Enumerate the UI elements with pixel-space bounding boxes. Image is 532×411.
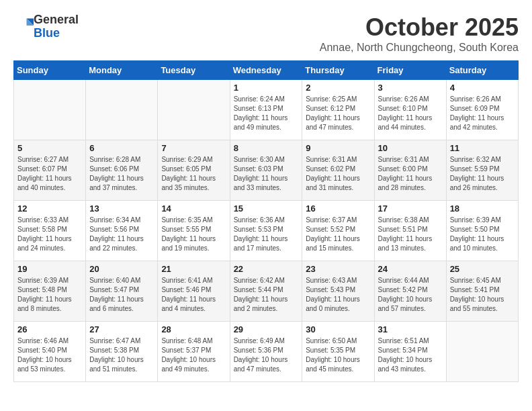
logo-icon [15,16,34,35]
day-info: Sunrise: 6:26 AM Sunset: 6:09 PM Dayligh… [450,95,515,132]
day-number: 30 [306,324,370,334]
day-info: Sunrise: 6:39 AM Sunset: 5:48 PM Dayligh… [17,276,82,314]
calendar-cell: 26Sunrise: 6:46 AM Sunset: 5:40 PM Dayli… [14,322,86,382]
day-number: 6 [89,143,154,153]
calendar-cell: 9Sunrise: 6:31 AM Sunset: 6:02 PM Daylig… [302,140,374,201]
week-row-1: 1Sunrise: 6:24 AM Sunset: 6:13 PM Daylig… [14,80,519,140]
header-saturday: Saturday [446,61,518,80]
calendar-cell: 25Sunrise: 6:45 AM Sunset: 5:41 PM Dayli… [446,261,518,322]
day-number: 22 [234,264,299,274]
calendar-cell: 23Sunrise: 6:43 AM Sunset: 5:43 PM Dayli… [302,261,374,322]
day-info: Sunrise: 6:26 AM Sunset: 6:10 PM Dayligh… [378,95,443,132]
day-info: Sunrise: 6:30 AM Sunset: 6:03 PM Dayligh… [234,155,299,193]
logo-blue-text: Blue [34,26,60,40]
logo-general-text: General [34,13,79,26]
calendar-cell: 7Sunrise: 6:29 AM Sunset: 6:05 PM Daylig… [158,140,230,201]
day-number: 23 [306,264,370,274]
day-number: 19 [17,264,82,274]
day-number: 13 [89,203,154,214]
calendar-cell: 12Sunrise: 6:33 AM Sunset: 5:58 PM Dayli… [14,201,86,261]
calendar-cell: 4Sunrise: 6:26 AM Sunset: 6:09 PM Daylig… [446,80,518,140]
header-monday: Monday [86,61,158,80]
calendar-cell: 10Sunrise: 6:31 AM Sunset: 6:00 PM Dayli… [374,140,446,201]
month-title: October 2025 [320,13,519,42]
day-info: Sunrise: 6:27 AM Sunset: 6:07 PM Dayligh… [17,155,82,193]
day-number: 16 [306,203,370,214]
day-number: 9 [306,143,370,153]
day-number: 2 [306,83,370,93]
day-number: 7 [161,143,226,153]
week-row-5: 26Sunrise: 6:46 AM Sunset: 5:40 PM Dayli… [14,322,519,382]
day-info: Sunrise: 6:32 AM Sunset: 5:59 PM Dayligh… [450,155,515,193]
title-block: October 2025 Annae, North Chungcheong, S… [320,13,519,54]
location-subtitle: Annae, North Chungcheong, South Korea [320,42,519,54]
week-row-4: 19Sunrise: 6:39 AM Sunset: 5:48 PM Dayli… [14,261,519,322]
calendar-cell: 6Sunrise: 6:28 AM Sunset: 6:06 PM Daylig… [86,140,158,201]
calendar-cell: 22Sunrise: 6:42 AM Sunset: 5:44 PM Dayli… [230,261,302,322]
day-info: Sunrise: 6:48 AM Sunset: 5:37 PM Dayligh… [161,336,226,374]
day-info: Sunrise: 6:43 AM Sunset: 5:43 PM Dayligh… [306,276,370,314]
day-info: Sunrise: 6:42 AM Sunset: 5:44 PM Dayligh… [234,276,299,314]
calendar-cell: 24Sunrise: 6:44 AM Sunset: 5:42 PM Dayli… [374,261,446,322]
logo: General Blue [13,13,79,40]
day-info: Sunrise: 6:45 AM Sunset: 5:41 PM Dayligh… [450,276,515,314]
day-info: Sunrise: 6:51 AM Sunset: 5:34 PM Dayligh… [378,336,443,374]
header-friday: Friday [374,61,446,80]
day-info: Sunrise: 6:39 AM Sunset: 5:50 PM Dayligh… [450,216,515,253]
calendar-cell: 14Sunrise: 6:35 AM Sunset: 5:55 PM Dayli… [158,201,230,261]
day-info: Sunrise: 6:36 AM Sunset: 5:53 PM Dayligh… [234,216,299,253]
calendar-cell: 2Sunrise: 6:25 AM Sunset: 6:12 PM Daylig… [302,80,374,140]
day-info: Sunrise: 6:50 AM Sunset: 5:35 PM Dayligh… [306,336,370,374]
calendar-cell: 30Sunrise: 6:50 AM Sunset: 5:35 PM Dayli… [302,322,374,382]
day-info: Sunrise: 6:44 AM Sunset: 5:42 PM Dayligh… [378,276,443,314]
day-number: 12 [17,203,82,214]
day-info: Sunrise: 6:40 AM Sunset: 5:47 PM Dayligh… [89,276,154,314]
calendar-cell: 17Sunrise: 6:38 AM Sunset: 5:51 PM Dayli… [374,201,446,261]
calendar-cell: 29Sunrise: 6:49 AM Sunset: 5:36 PM Dayli… [230,322,302,382]
day-number: 27 [89,324,154,334]
day-number: 25 [450,264,515,274]
day-info: Sunrise: 6:31 AM Sunset: 6:02 PM Dayligh… [306,155,370,193]
header-thursday: Thursday [302,61,374,80]
day-number: 8 [234,143,299,153]
day-number: 28 [161,324,226,334]
header-row: SundayMondayTuesdayWednesdayThursdayFrid… [14,61,519,80]
day-info: Sunrise: 6:25 AM Sunset: 6:12 PM Dayligh… [306,95,370,132]
day-info: Sunrise: 6:35 AM Sunset: 5:55 PM Dayligh… [161,216,226,253]
calendar-cell [86,80,158,140]
calendar-cell: 18Sunrise: 6:39 AM Sunset: 5:50 PM Dayli… [446,201,518,261]
day-number: 3 [378,83,443,93]
day-number: 5 [17,143,82,153]
calendar-cell: 1Sunrise: 6:24 AM Sunset: 6:13 PM Daylig… [230,80,302,140]
day-info: Sunrise: 6:24 AM Sunset: 6:13 PM Dayligh… [234,95,299,132]
day-number: 29 [234,324,299,334]
calendar-cell: 8Sunrise: 6:30 AM Sunset: 6:03 PM Daylig… [230,140,302,201]
day-number: 15 [234,203,299,214]
header-sunday: Sunday [14,61,86,80]
day-info: Sunrise: 6:28 AM Sunset: 6:06 PM Dayligh… [89,155,154,193]
day-info: Sunrise: 6:38 AM Sunset: 5:51 PM Dayligh… [378,216,443,253]
calendar-cell: 28Sunrise: 6:48 AM Sunset: 5:37 PM Dayli… [158,322,230,382]
calendar-cell: 13Sunrise: 6:34 AM Sunset: 5:56 PM Dayli… [86,201,158,261]
day-info: Sunrise: 6:49 AM Sunset: 5:36 PM Dayligh… [234,336,299,374]
header-wednesday: Wednesday [230,61,302,80]
week-row-3: 12Sunrise: 6:33 AM Sunset: 5:58 PM Dayli… [14,201,519,261]
calendar-cell: 15Sunrise: 6:36 AM Sunset: 5:53 PM Dayli… [230,201,302,261]
calendar-cell [14,80,86,140]
day-info: Sunrise: 6:37 AM Sunset: 5:52 PM Dayligh… [306,216,370,253]
calendar-cell: 5Sunrise: 6:27 AM Sunset: 6:07 PM Daylig… [14,140,86,201]
week-row-2: 5Sunrise: 6:27 AM Sunset: 6:07 PM Daylig… [14,140,519,201]
calendar-cell: 3Sunrise: 6:26 AM Sunset: 6:10 PM Daylig… [374,80,446,140]
day-number: 20 [89,264,154,274]
calendar-cell: 19Sunrise: 6:39 AM Sunset: 5:48 PM Dayli… [14,261,86,322]
day-number: 14 [161,203,226,214]
header-tuesday: Tuesday [158,61,230,80]
day-info: Sunrise: 6:46 AM Sunset: 5:40 PM Dayligh… [17,336,82,374]
calendar-cell [158,80,230,140]
day-number: 11 [450,143,515,153]
calendar-cell [446,322,518,382]
day-info: Sunrise: 6:47 AM Sunset: 5:38 PM Dayligh… [89,336,154,374]
day-info: Sunrise: 6:29 AM Sunset: 6:05 PM Dayligh… [161,155,226,193]
calendar-table: SundayMondayTuesdayWednesdayThursdayFrid… [13,60,519,382]
day-number: 10 [378,143,443,153]
